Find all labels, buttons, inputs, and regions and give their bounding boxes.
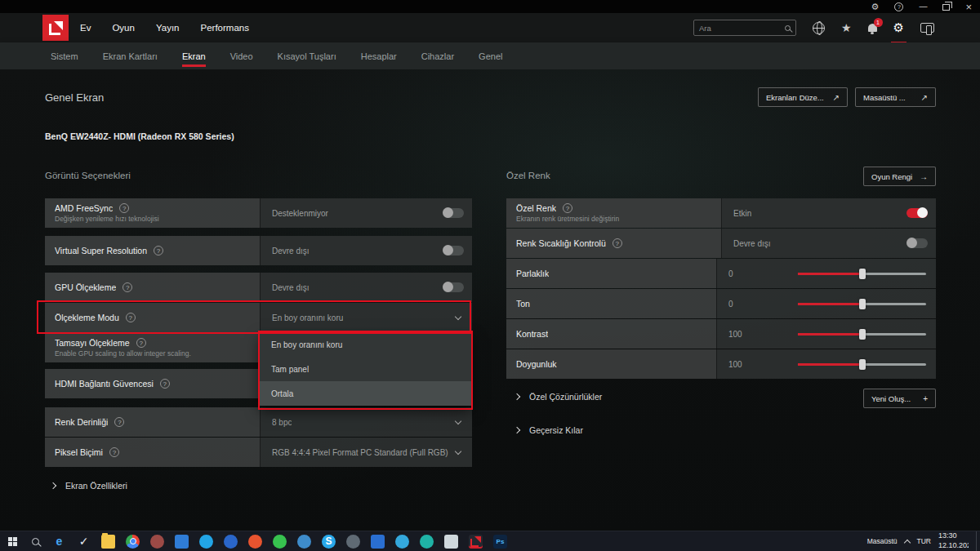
help-icon[interactable]: ? <box>154 246 163 256</box>
titlebar-help-icon[interactable]: ? <box>894 2 903 11</box>
start-button[interactable] <box>0 531 24 551</box>
settings-gear-icon[interactable]: ⚙ <box>893 20 904 35</box>
desktop-button[interactable]: Masaüstü ... ↗ <box>855 87 936 107</box>
amd-radeon-software-icon[interactable] <box>469 535 483 549</box>
web-globe-app-icon[interactable] <box>297 535 311 549</box>
tab[interactable]: Hesaplar <box>361 42 397 69</box>
chrome-browser-icon[interactable] <box>126 535 140 549</box>
nav-item[interactable]: Oyun <box>112 23 135 33</box>
show-desktop-button[interactable] <box>976 531 980 551</box>
check-app-icon[interactable]: ✓ <box>77 535 91 549</box>
media-app-icon[interactable] <box>150 535 164 549</box>
help-icon[interactable]: ? <box>136 338 146 348</box>
dropdown-option[interactable]: Tam panel <box>260 357 472 381</box>
tab[interactable]: Video <box>230 42 253 69</box>
teal-app-icon[interactable] <box>420 535 434 549</box>
amd-link-monitor-icon[interactable] <box>920 23 934 33</box>
display-name: BenQ EW2440Z- HDMI (Radeon RX 580 Series… <box>45 131 234 141</box>
hue-slider[interactable] <box>798 303 926 305</box>
nav-item[interactable]: Performans <box>200 23 248 33</box>
help-icon[interactable]: ? <box>119 203 129 213</box>
favorites-star-icon[interactable]: ★ <box>841 21 852 34</box>
opera-browser-icon[interactable] <box>248 535 262 549</box>
saturation-slider[interactable] <box>798 363 926 366</box>
help-icon[interactable]: ? <box>109 447 119 457</box>
slider-handle[interactable] <box>859 299 866 309</box>
gpu-scaling-toggle[interactable] <box>443 282 464 292</box>
help-icon[interactable]: ? <box>160 379 170 389</box>
setting-row-custom-color: Özel Renk ? Ekranın renk üretmesini deği… <box>506 198 936 228</box>
help-icon[interactable]: ? <box>122 282 132 292</box>
amd-logo[interactable] <box>42 15 69 41</box>
setting-label: Kontrast <box>516 329 548 339</box>
new-resolution-button[interactable]: Yeni Oluş... + <box>863 389 936 408</box>
skype-icon[interactable]: S <box>322 535 336 549</box>
color-depth-dropdown[interactable]: 8 bpc <box>260 407 472 437</box>
nav-item[interactable]: Ev <box>80 23 91 33</box>
tab[interactable]: Ekran <box>182 42 206 69</box>
brightness-slider[interactable] <box>798 273 926 275</box>
notes-app-icon[interactable] <box>444 535 458 549</box>
video-app-icon[interactable] <box>224 535 238 549</box>
slider-value: 0 <box>728 269 798 278</box>
pixel-format-dropdown[interactable]: RGB 4:4:4 Pixel Format PC Standard (Full… <box>260 438 472 467</box>
button-label: Ekranları Düze... <box>766 93 824 102</box>
desktop-toolbar[interactable]: Masaüstü <box>867 537 898 545</box>
steam-icon[interactable] <box>346 535 360 549</box>
clock[interactable]: 13:30 12.10.2020 <box>938 531 969 550</box>
display-properties-expander[interactable]: Ekran Özellikleri <box>51 481 127 491</box>
help-icon[interactable]: ? <box>114 417 124 427</box>
tab[interactable]: Kısayol Tuşları <box>278 42 336 69</box>
tab[interactable]: Ekran Kartları <box>103 42 158 69</box>
chevron-down-icon <box>455 313 461 319</box>
taskbar-search-icon[interactable] <box>24 531 46 551</box>
help-icon[interactable]: ? <box>126 313 136 322</box>
freesync-toggle[interactable] <box>443 208 464 218</box>
scaling-mode-dropdown-trigger[interactable]: En boy oranını koru <box>260 303 472 332</box>
color-temperature-toggle[interactable] <box>906 238 928 248</box>
search-input[interactable] <box>699 24 782 33</box>
file-explorer-icon[interactable] <box>101 535 115 549</box>
contrast-slider[interactable] <box>798 333 926 335</box>
titlebar-settings-icon[interactable]: ⚙ <box>871 2 880 11</box>
slider-handle[interactable] <box>859 269 866 279</box>
dropdown-option[interactable]: En boy oranını koru <box>260 332 472 357</box>
setting-value: Etkin <box>733 209 751 218</box>
telegram-app-icon[interactable] <box>395 535 409 549</box>
messaging-app-icon[interactable] <box>199 535 213 549</box>
slider-handle[interactable] <box>859 359 866 370</box>
globe-icon[interactable] <box>813 22 825 34</box>
restore-icon[interactable] <box>942 4 950 11</box>
arrange-displays-button[interactable]: Ekranları Düze... ↗ <box>758 87 848 107</box>
hidden-icons-chevron-icon[interactable] <box>903 539 910 545</box>
language-indicator[interactable]: TUR <box>917 537 931 545</box>
slider-handle[interactable] <box>859 329 866 340</box>
teamviewer-app-icon[interactable] <box>371 535 385 549</box>
search-icon[interactable] <box>785 25 791 31</box>
custom-resolutions-expander[interactable]: Özel Çözünürlükler <box>514 392 602 402</box>
help-icon[interactable]: ? <box>563 203 572 213</box>
setting-value: En boy oranını koru <box>272 313 343 322</box>
whatsapp-icon[interactable] <box>273 535 287 549</box>
photos-app-icon[interactable] <box>175 535 189 549</box>
close-icon[interactable]: × <box>965 2 972 12</box>
search-box <box>693 20 796 36</box>
nav-menu: EvOyunYayınPerformans <box>80 13 249 42</box>
photoshop-icon[interactable]: Ps <box>493 535 507 549</box>
vsr-toggle[interactable] <box>443 246 464 256</box>
notifications-bell-icon[interactable]: 1 <box>868 24 877 32</box>
tab[interactable]: Cihazlar <box>421 42 454 69</box>
setting-value: Desteklenmiyor <box>272 209 328 218</box>
dropdown-option[interactable]: Ortala <box>260 381 472 406</box>
nav-item[interactable]: Yayın <box>156 23 180 33</box>
edge-browser-icon[interactable]: e <box>52 535 66 549</box>
setting-value: Devre dışı <box>733 239 771 248</box>
tab[interactable]: Sistem <box>51 42 78 69</box>
custom-color-toggle[interactable] <box>906 208 928 218</box>
game-color-button[interactable]: Oyun Rengi → <box>863 167 936 186</box>
minimize-icon[interactable]: — <box>919 2 927 11</box>
tab-bar: SistemEkran KartlarıEkranVideoKısayol Tu… <box>0 42 980 69</box>
tab[interactable]: Genel <box>479 42 502 69</box>
overrides-expander[interactable]: Geçersiz Kılar <box>514 425 583 435</box>
help-icon[interactable]: ? <box>612 238 622 248</box>
